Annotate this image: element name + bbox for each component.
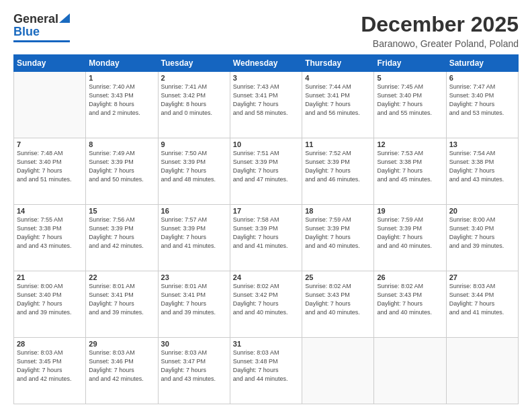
day-number: 31 bbox=[233, 340, 299, 348]
table-row: 23Sunrise: 8:01 AMSunset: 3:41 PMDayligh… bbox=[158, 271, 230, 338]
day-detail-line: Sunset: 3:39 PM bbox=[89, 224, 154, 233]
calendar-week-row: 21Sunrise: 8:00 AMSunset: 3:40 PMDayligh… bbox=[14, 271, 519, 338]
calendar-week-row: 28Sunrise: 8:03 AMSunset: 3:45 PMDayligh… bbox=[14, 338, 519, 404]
day-detail-line: Sunset: 3:41 PM bbox=[89, 291, 154, 300]
day-info: Sunrise: 7:40 AMSunset: 3:43 PMDaylight:… bbox=[89, 83, 154, 118]
day-number: 2 bbox=[161, 74, 227, 82]
day-detail-line: Sunset: 3:40 PM bbox=[17, 158, 83, 167]
day-info: Sunrise: 8:02 AMSunset: 3:43 PMDaylight:… bbox=[377, 282, 443, 317]
location-subtitle: Baranowo, Greater Poland, Poland bbox=[361, 38, 519, 49]
day-info: Sunrise: 8:01 AMSunset: 3:41 PMDaylight:… bbox=[89, 282, 154, 317]
day-number: 17 bbox=[233, 207, 299, 215]
day-number: 25 bbox=[305, 273, 371, 281]
day-detail-line: Sunrise: 7:52 AM bbox=[305, 149, 371, 158]
table-row: 30Sunrise: 8:03 AMSunset: 3:47 PMDayligh… bbox=[158, 338, 230, 404]
day-number: 24 bbox=[233, 273, 299, 281]
table-row bbox=[446, 338, 518, 404]
day-detail-line: Sunrise: 8:02 AM bbox=[377, 282, 443, 291]
table-row bbox=[302, 338, 374, 404]
day-info: Sunrise: 8:03 AMSunset: 3:48 PMDaylight:… bbox=[233, 349, 299, 383]
day-detail-line: and and 48 minutes. bbox=[161, 175, 227, 184]
day-number: 3 bbox=[233, 74, 299, 82]
table-row: 11Sunrise: 7:52 AMSunset: 3:39 PMDayligh… bbox=[302, 138, 374, 205]
page-header: General Blue December 2025 Baranowo, Gre… bbox=[13, 12, 519, 49]
table-row: 24Sunrise: 8:02 AMSunset: 3:42 PMDayligh… bbox=[230, 271, 302, 338]
table-row: 28Sunrise: 8:03 AMSunset: 3:45 PMDayligh… bbox=[14, 338, 86, 404]
day-detail-line: Sunrise: 7:45 AM bbox=[377, 83, 443, 91]
col-friday: Friday bbox=[374, 55, 446, 72]
day-detail-line: Sunrise: 8:03 AM bbox=[233, 349, 299, 357]
day-detail-line: Sunrise: 8:00 AM bbox=[449, 216, 515, 224]
day-detail-line: Daylight: 7 hours bbox=[17, 167, 83, 175]
day-detail-line: Daylight: 7 hours bbox=[161, 167, 227, 175]
day-detail-line: and and 43 minutes. bbox=[449, 175, 515, 184]
day-info: Sunrise: 7:45 AMSunset: 3:40 PMDaylight:… bbox=[377, 83, 443, 118]
day-detail-line: Sunset: 3:39 PM bbox=[161, 158, 227, 167]
day-detail-line: Daylight: 7 hours bbox=[233, 300, 299, 308]
table-row: 29Sunrise: 8:03 AMSunset: 3:46 PMDayligh… bbox=[86, 338, 158, 404]
day-detail-line: Sunset: 3:45 PM bbox=[17, 357, 83, 366]
day-detail-line: Sunset: 3:39 PM bbox=[305, 158, 371, 167]
day-info: Sunrise: 7:48 AMSunset: 3:40 PMDaylight:… bbox=[17, 149, 83, 184]
table-row: 10Sunrise: 7:51 AMSunset: 3:39 PMDayligh… bbox=[230, 138, 302, 205]
day-number: 11 bbox=[305, 140, 371, 148]
table-row: 31Sunrise: 8:03 AMSunset: 3:48 PMDayligh… bbox=[230, 338, 302, 404]
day-detail-line: Sunset: 3:46 PM bbox=[89, 357, 154, 366]
day-detail-line: Sunset: 3:44 PM bbox=[449, 291, 515, 300]
table-row: 19Sunrise: 7:59 AMSunset: 3:39 PMDayligh… bbox=[374, 205, 446, 271]
day-detail-line: and and 58 minutes. bbox=[233, 109, 299, 118]
day-detail-line: Daylight: 7 hours bbox=[449, 233, 515, 242]
day-detail-line: Sunrise: 7:47 AM bbox=[449, 83, 515, 91]
table-row: 16Sunrise: 7:57 AMSunset: 3:39 PMDayligh… bbox=[158, 205, 230, 271]
day-number: 8 bbox=[89, 140, 154, 148]
day-detail-line: Daylight: 7 hours bbox=[449, 167, 515, 175]
day-detail-line: Sunset: 3:41 PM bbox=[161, 291, 227, 300]
calendar-table: Sunday Monday Tuesday Wednesday Thursday… bbox=[13, 54, 519, 404]
day-detail-line: and and 40 minutes. bbox=[305, 308, 371, 317]
table-row: 21Sunrise: 8:00 AMSunset: 3:40 PMDayligh… bbox=[14, 271, 86, 338]
day-detail-line: Sunset: 3:40 PM bbox=[377, 91, 443, 100]
day-detail-line: Sunrise: 7:58 AM bbox=[233, 216, 299, 224]
day-detail-line: and and 39 minutes. bbox=[449, 242, 515, 250]
day-number: 14 bbox=[17, 207, 83, 215]
table-row: 17Sunrise: 7:58 AMSunset: 3:39 PMDayligh… bbox=[230, 205, 302, 271]
day-info: Sunrise: 8:01 AMSunset: 3:41 PMDaylight:… bbox=[161, 282, 227, 317]
month-title: December 2025 bbox=[361, 12, 519, 37]
day-detail-line: Sunrise: 7:57 AM bbox=[161, 216, 227, 224]
day-number: 6 bbox=[449, 74, 515, 82]
day-info: Sunrise: 7:58 AMSunset: 3:39 PMDaylight:… bbox=[233, 216, 299, 250]
day-detail-line: Daylight: 7 hours bbox=[305, 100, 371, 109]
day-detail-line: Sunset: 3:38 PM bbox=[377, 158, 443, 167]
day-detail-line: Daylight: 7 hours bbox=[305, 233, 371, 242]
day-detail-line: Sunrise: 7:56 AM bbox=[89, 216, 154, 224]
day-detail-line: Sunrise: 7:59 AM bbox=[377, 216, 443, 224]
table-row: 22Sunrise: 8:01 AMSunset: 3:41 PMDayligh… bbox=[86, 271, 158, 338]
day-info: Sunrise: 8:03 AMSunset: 3:44 PMDaylight:… bbox=[449, 282, 515, 317]
day-detail-line: Sunset: 3:42 PM bbox=[161, 91, 227, 100]
day-detail-line: and and 39 minutes. bbox=[161, 308, 227, 317]
table-row: 26Sunrise: 8:02 AMSunset: 3:43 PMDayligh… bbox=[374, 271, 446, 338]
logo-blue-text: Blue bbox=[13, 25, 40, 39]
day-number: 27 bbox=[449, 273, 515, 281]
day-detail-line: Sunrise: 7:49 AM bbox=[89, 149, 154, 158]
day-number: 26 bbox=[377, 273, 443, 281]
col-monday: Monday bbox=[86, 55, 158, 72]
day-detail-line: Sunset: 3:39 PM bbox=[233, 158, 299, 167]
day-detail-line: Sunset: 3:43 PM bbox=[305, 291, 371, 300]
day-number: 23 bbox=[161, 273, 227, 281]
day-detail-line: Sunrise: 7:51 AM bbox=[233, 149, 299, 158]
day-detail-line: Sunset: 3:43 PM bbox=[89, 91, 154, 100]
day-detail-line: Daylight: 7 hours bbox=[161, 300, 227, 308]
day-number: 1 bbox=[89, 74, 154, 82]
day-detail-line: and and 2 minutes. bbox=[89, 109, 154, 118]
day-detail-line: and and 47 minutes. bbox=[233, 175, 299, 184]
day-detail-line: Daylight: 7 hours bbox=[233, 233, 299, 242]
day-detail-line: Sunset: 3:39 PM bbox=[377, 224, 443, 233]
day-info: Sunrise: 7:41 AMSunset: 3:42 PMDaylight:… bbox=[161, 83, 227, 118]
day-detail-line: Sunrise: 8:03 AM bbox=[449, 282, 515, 291]
day-number: 28 bbox=[17, 340, 83, 348]
day-detail-line: Daylight: 7 hours bbox=[233, 100, 299, 109]
calendar-week-row: 1Sunrise: 7:40 AMSunset: 3:43 PMDaylight… bbox=[14, 72, 519, 138]
day-number: 10 bbox=[233, 140, 299, 148]
day-detail-line: Daylight: 7 hours bbox=[161, 233, 227, 242]
